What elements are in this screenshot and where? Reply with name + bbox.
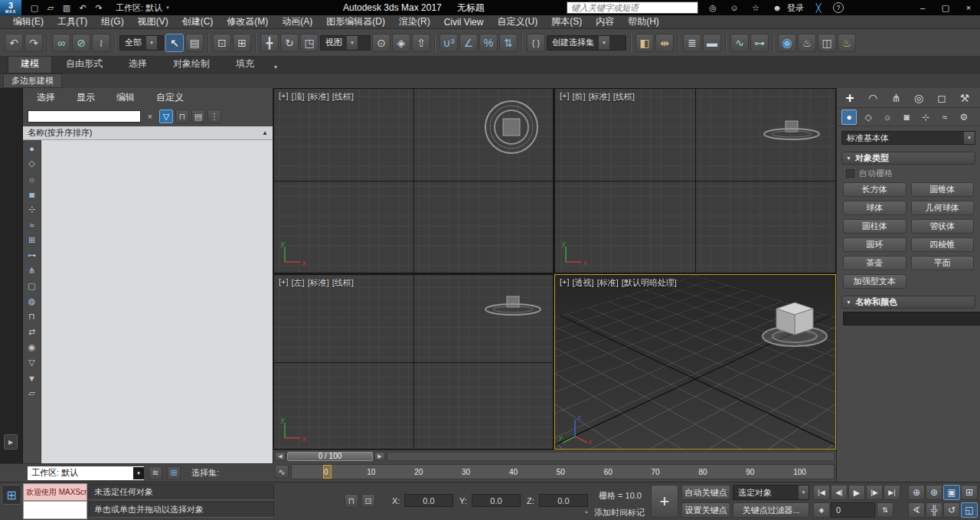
select-and-scale-button[interactable]: ◳ xyxy=(300,34,318,52)
help-icon[interactable]: ? xyxy=(833,2,844,13)
maxscript-mini-listener[interactable]: 欢迎使用 MAXScript xyxy=(23,483,87,501)
helpers-category-icon[interactable]: ⊹ xyxy=(918,110,933,125)
schematic-view-button[interactable]: ⊶ xyxy=(750,34,769,52)
search-icon[interactable]: ◎ xyxy=(706,2,720,14)
shapes-category-icon[interactable]: ◇ xyxy=(861,110,876,125)
sync-selection-icon[interactable]: ⇄ xyxy=(25,326,39,338)
select-object-button[interactable]: ↖ xyxy=(165,34,184,52)
selection-filter-dropdown[interactable]: 全部 ▾ xyxy=(119,35,164,51)
favorites-star-icon[interactable]: ☆ xyxy=(749,2,763,14)
explorer-menu-item[interactable]: 显示 xyxy=(77,91,95,104)
explorer-search-input[interactable] xyxy=(28,110,141,123)
manage-workspaces-icon[interactable]: ≋ xyxy=(149,466,162,480)
menu-item[interactable]: 修改器(M) xyxy=(220,15,275,28)
maximize-button[interactable]: ▢ xyxy=(934,0,957,15)
ribbon-tab-selection[interactable]: 选择 xyxy=(116,55,159,73)
app-logo[interactable]: 3 MAX xyxy=(0,0,21,15)
layout-grid-icon[interactable]: ⊞ xyxy=(167,466,181,480)
menu-item[interactable]: 内容 xyxy=(589,15,621,28)
key-mode-button[interactable]: ◈ xyxy=(813,502,830,518)
menu-item[interactable]: 视图(V) xyxy=(131,15,175,28)
viewport-menu-label[interactable]: [+] xyxy=(279,91,289,103)
object-type-rollout[interactable]: ▼ 对象类型 xyxy=(841,152,975,165)
zoom-extents-button[interactable]: ▣ xyxy=(943,485,960,500)
clear-search-icon[interactable]: × xyxy=(143,110,157,123)
viewport-pov-label[interactable]: [标准] xyxy=(308,277,329,289)
lock-cell-editing-icon[interactable]: ⊓ xyxy=(25,311,39,322)
explorer-menu-item[interactable]: 选择 xyxy=(37,91,55,104)
open-file-icon[interactable]: ▱ xyxy=(44,2,57,14)
ribbon-toggle-button[interactable]: ▬ xyxy=(703,34,721,52)
pick-material-icon[interactable]: ◉ xyxy=(25,342,39,353)
select-and-move-button[interactable]: ╋ xyxy=(260,34,279,52)
menu-item[interactable]: 创建(C) xyxy=(175,15,220,28)
modify-tab-icon[interactable]: ◠ xyxy=(864,90,881,106)
display-tab-icon[interactable]: ◻ xyxy=(933,90,950,106)
lock-explorer-button[interactable]: ⊓ xyxy=(175,110,189,123)
snap-toggle-button[interactable]: ∪³ xyxy=(439,34,458,52)
display-groups-icon[interactable]: ⊞ xyxy=(25,234,39,246)
ribbon-tab-freeform[interactable]: 自由形式 xyxy=(54,55,115,73)
viewport-top[interactable]: [+] [顶] [标准] [线框] x y xyxy=(273,88,554,273)
object-type-button[interactable]: 圆锥体 xyxy=(911,182,975,197)
time-slider-handle[interactable]: 0 / 100 xyxy=(287,452,373,461)
viewport-perspective[interactable]: [+] [透视] [标准] [默认明暗处理] z x y xyxy=(554,274,836,450)
viewport-pov-label[interactable]: [标准] xyxy=(589,91,610,103)
undo-icon[interactable]: ↶ xyxy=(76,2,90,14)
hierarchy-tab-icon[interactable]: ⋔ xyxy=(887,90,904,106)
save-file-icon[interactable]: ▥ xyxy=(60,2,74,14)
keyboard-override-button[interactable]: ⇧ xyxy=(412,34,430,52)
help-search-input[interactable] xyxy=(567,2,698,14)
frame-spinner[interactable]: ⇅ xyxy=(877,502,893,518)
menu-item[interactable]: 动画(A) xyxy=(275,15,319,28)
ribbon-minimize-icon[interactable]: ▾ xyxy=(268,61,283,73)
close-button[interactable]: × xyxy=(957,0,980,15)
frame-number-field[interactable]: 0 xyxy=(831,502,875,518)
x-coordinate-field[interactable]: 0.0 xyxy=(404,494,453,507)
absolute-mode-button[interactable]: ⊡ xyxy=(361,494,375,508)
menu-item[interactable]: Civil View xyxy=(437,17,491,28)
space-warps-category-icon[interactable]: ≈ xyxy=(937,110,952,125)
workspace-dropdown[interactable]: 工作区: 默认 ▾ xyxy=(116,2,169,14)
object-type-button[interactable]: 加强型文本 xyxy=(843,274,906,289)
use-pivot-center-button[interactable]: ⊙ xyxy=(372,34,390,52)
display-shapes-icon[interactable]: ◇ xyxy=(25,158,39,169)
viewport-menu-label[interactable]: [+] xyxy=(560,277,570,289)
filter-button[interactable]: ▽ xyxy=(159,110,173,123)
display-materials-icon[interactable]: ◍ xyxy=(25,296,39,307)
set-keys-button[interactable]: + xyxy=(651,485,678,518)
selection-lock-button[interactable]: ⊓ xyxy=(345,494,358,508)
viewport-view-label[interactable]: [左] xyxy=(292,277,305,289)
viewport-shading-label[interactable]: [线框] xyxy=(332,91,354,103)
object-type-button[interactable]: 长方体 xyxy=(843,182,906,197)
geometry-category-icon[interactable]: ● xyxy=(841,110,857,125)
explorer-menu-item[interactable]: 自定义 xyxy=(156,91,184,104)
zoom-all-button[interactable]: ⊛ xyxy=(926,485,942,500)
pan-button[interactable]: ╬ xyxy=(926,502,942,518)
goto-end-button[interactable]: ▶| xyxy=(884,485,900,500)
explorer-object-list[interactable] xyxy=(41,140,273,463)
autogrid-checkbox[interactable] xyxy=(846,169,854,178)
zoom-button[interactable]: ⊕ xyxy=(908,485,925,500)
sign-in-button[interactable]: ☻ 登录 xyxy=(770,2,804,14)
object-type-button[interactable]: 茶壶 xyxy=(843,256,906,270)
time-ruler[interactable]: 0102030405060708090100 xyxy=(291,464,835,479)
ribbon-tab-modeling[interactable]: 建模 xyxy=(8,54,52,73)
select-and-manipulate-button[interactable]: ◈ xyxy=(392,34,410,52)
key-filter-dropdown[interactable]: 选定对象 ▾ xyxy=(733,485,809,500)
set-key-button[interactable]: 设置关键点 xyxy=(681,502,730,518)
object-name-field[interactable] xyxy=(843,312,980,325)
angle-snap-button[interactable]: ∠ xyxy=(459,34,478,52)
previous-frame-button[interactable]: ◀| xyxy=(831,485,848,500)
expand-panel-button[interactable]: ▶ xyxy=(4,434,18,450)
mirror-button[interactable]: ◧ xyxy=(635,34,654,52)
mini-curve-editor-button[interactable]: ∿ xyxy=(275,465,289,479)
menu-item[interactable]: 脚本(S) xyxy=(544,15,589,28)
add-time-tag-label[interactable]: 添加时间标记 xyxy=(594,505,645,519)
explorer-menu-item[interactable]: 编辑 xyxy=(116,91,135,104)
systems-category-icon[interactable]: ⚙ xyxy=(956,110,972,125)
rendered-frame-button[interactable]: ◫ xyxy=(818,34,836,52)
named-sets-dropdown[interactable]: 创建选择集 ▾ xyxy=(547,35,626,51)
menu-item[interactable]: 组(G) xyxy=(94,15,130,28)
object-type-button[interactable]: 管状体 xyxy=(911,219,975,234)
